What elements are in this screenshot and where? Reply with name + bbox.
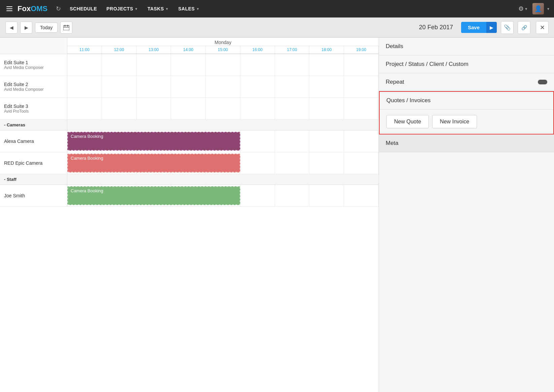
repeat-toggle[interactable] <box>538 80 547 84</box>
hour-label: 18:00 <box>309 46 344 53</box>
save-button[interactable]: Save <box>461 22 486 33</box>
time-columns: Monday 11:0012:0013:0014:0015:0016:0017:… <box>67 38 379 54</box>
time-cell[interactable] <box>240 152 275 174</box>
time-cell[interactable] <box>309 130 344 152</box>
time-cell[interactable] <box>137 76 171 97</box>
time-cell[interactable] <box>240 185 275 206</box>
chevron-right-icon: ▶ <box>25 25 28 30</box>
time-cell[interactable] <box>344 130 379 152</box>
time-cell[interactable] <box>309 185 344 206</box>
time-cell[interactable] <box>102 76 137 97</box>
new-quote-button[interactable]: New Quote <box>386 115 429 128</box>
booking-block[interactable]: Camera Booking <box>67 132 240 151</box>
refresh-icon[interactable]: ↻ <box>53 3 64 14</box>
calendar-header: Monday 11:0012:0013:0014:0015:0016:0017:… <box>0 38 379 54</box>
hour-label: 13:00 <box>137 46 171 53</box>
resource-name: Joe Smith <box>4 193 63 198</box>
today-button[interactable]: Today <box>35 23 58 33</box>
time-cell[interactable] <box>240 98 275 119</box>
repeat-section[interactable]: Repeat <box>379 73 554 91</box>
meta-label: Meta <box>386 140 399 146</box>
prev-button[interactable]: ◀ <box>5 22 18 34</box>
sales-nav[interactable]: SALES ▼ <box>175 4 203 13</box>
time-cell[interactable] <box>206 76 240 97</box>
new-invoice-button[interactable]: New Invoice <box>432 115 477 128</box>
hamburger-icon[interactable] <box>4 3 15 14</box>
logo-fox: Fox <box>18 4 31 13</box>
time-cell[interactable] <box>344 185 379 206</box>
time-cell[interactable] <box>137 98 171 119</box>
details-section[interactable]: Details <box>379 38 554 55</box>
hours-row: 11:0012:0013:0014:0015:0016:0017:0018:00… <box>67 46 379 54</box>
time-cell[interactable] <box>275 152 310 174</box>
link-button[interactable]: 🔗 <box>518 21 530 34</box>
time-cell[interactable] <box>309 76 344 97</box>
quotes-invoices-header: Quotes / Invoices <box>380 92 553 110</box>
time-cell[interactable] <box>275 54 310 76</box>
resource-cells: Camera Booking <box>67 130 379 152</box>
time-cell[interactable] <box>240 130 275 152</box>
calendar-icon-button[interactable] <box>60 22 72 34</box>
time-cell[interactable] <box>171 54 206 76</box>
tasks-caret: ▼ <box>165 7 169 11</box>
time-cell[interactable] <box>171 76 206 97</box>
next-button[interactable]: ▶ <box>20 22 32 34</box>
booking-block[interactable]: Camera Booking <box>67 154 240 172</box>
avatar[interactable]: 👤 <box>532 3 544 14</box>
project-status-section[interactable]: Project / Status / Client / Custom <box>379 55 554 73</box>
resource-sub: Avid ProTools <box>4 109 63 114</box>
time-cell[interactable] <box>344 54 379 76</box>
gear-icon: ⚙ <box>518 5 524 12</box>
time-cell[interactable] <box>344 76 379 97</box>
svg-rect-2 <box>6 10 12 11</box>
time-cell[interactable] <box>67 76 102 97</box>
close-button[interactable]: ✕ <box>536 21 549 34</box>
time-cell[interactable] <box>137 54 171 76</box>
tasks-nav[interactable]: TASKS ▼ <box>144 4 172 13</box>
time-cell[interactable] <box>309 152 344 174</box>
project-status-label: Project / Status / Client / Custom <box>386 61 469 68</box>
time-cell[interactable] <box>344 152 379 174</box>
app-logo: FoxOMS <box>18 4 47 13</box>
quotes-invoices-body: New Quote New Invoice <box>380 110 553 134</box>
svg-rect-3 <box>63 26 69 30</box>
time-cell[interactable] <box>206 98 240 119</box>
time-cell[interactable] <box>275 76 310 97</box>
time-cell[interactable] <box>240 54 275 76</box>
time-cell[interactable] <box>102 98 137 119</box>
booking-block[interactable]: Camera Booking <box>67 186 240 205</box>
resource-row: Alexa CameraCamera Booking <box>0 130 379 152</box>
resource-row: RED Epic CameraCamera Booking <box>0 152 379 174</box>
user-dropdown-caret[interactable]: ▼ <box>547 7 550 11</box>
meta-section[interactable]: Meta <box>379 134 554 152</box>
resource-label: Edit Suite 3Avid ProTools <box>0 98 67 119</box>
resource-cells <box>67 98 379 119</box>
time-cell[interactable] <box>275 130 310 152</box>
time-cell[interactable] <box>102 54 137 76</box>
resource-name: RED Epic Camera <box>4 160 63 166</box>
time-cell[interactable] <box>275 98 310 119</box>
schedule-nav[interactable]: SCHEDULE <box>66 4 100 13</box>
svg-rect-5 <box>67 25 68 27</box>
project-status-header: Project / Status / Client / Custom <box>379 55 554 73</box>
hour-label: 11:00 <box>67 46 102 53</box>
paperclip-button[interactable]: 📎 <box>501 21 514 34</box>
right-panel: Details Project / Status / Client / Cust… <box>379 38 554 392</box>
details-header: Details <box>379 38 554 55</box>
time-cell[interactable] <box>309 54 344 76</box>
save-dropdown-button[interactable]: ▶ <box>486 22 497 33</box>
time-cell[interactable] <box>240 76 275 97</box>
time-cell[interactable] <box>309 98 344 119</box>
projects-nav[interactable]: PROJECTS ▼ <box>103 4 141 13</box>
time-cell[interactable] <box>67 98 102 119</box>
time-cell[interactable] <box>206 54 240 76</box>
time-cell[interactable] <box>67 54 102 76</box>
time-cell[interactable] <box>171 98 206 119</box>
time-cell[interactable] <box>344 98 379 119</box>
settings-button[interactable]: ⚙ ▼ <box>516 4 530 14</box>
sales-nav-label: SALES <box>178 6 195 11</box>
logo-oms: OMS <box>31 4 47 13</box>
toolbar: ◀ ▶ Today 20 Feb 2017 Save ▶ 📎 🔗 ✕ <box>0 17 554 38</box>
time-cell[interactable] <box>275 185 310 206</box>
row-label-header <box>0 38 67 54</box>
